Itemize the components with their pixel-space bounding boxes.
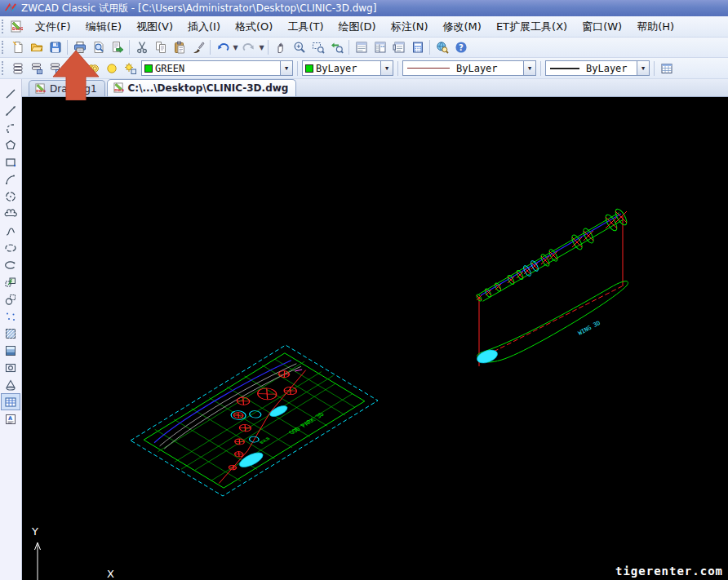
plate-small-label: BULB xyxy=(258,436,271,445)
wipeout-tool[interactable] xyxy=(1,376,20,393)
save-button[interactable] xyxy=(46,38,64,56)
toolbar-grip[interactable] xyxy=(2,41,6,55)
dwg-file-icon[interactable]: DWG xyxy=(8,20,24,34)
separator xyxy=(654,61,655,76)
linetype-dropdown[interactable]: ByLayer ▼ xyxy=(402,60,536,76)
region-tool[interactable] xyxy=(1,359,20,376)
separator xyxy=(268,40,269,55)
pan-button[interactable] xyxy=(271,38,290,56)
find-button[interactable] xyxy=(433,38,451,56)
menu-et-tools[interactable]: ET扩展工具(X) xyxy=(489,17,575,37)
layer-states-manager-button[interactable] xyxy=(27,60,46,77)
current-linetype: ByLayer xyxy=(450,63,523,74)
tab-clinic-3d[interactable]: DWG C:\...\Desktop\CLINIC-3D.dwg xyxy=(107,79,297,96)
circle-tool[interactable] xyxy=(1,188,20,205)
hatch-tool[interactable] xyxy=(1,325,20,342)
line-tool[interactable] xyxy=(1,85,20,102)
menu-modify[interactable]: 修改(M) xyxy=(436,17,489,37)
make-block-tool[interactable] xyxy=(1,290,20,308)
plate-label: GOD PARK 3D xyxy=(287,411,326,435)
construction-line-tool[interactable] xyxy=(1,102,20,119)
lineweight-dropdown[interactable]: ByLayer ▼ xyxy=(545,60,650,76)
menu-insert[interactable]: 插入(I) xyxy=(180,17,228,37)
document-area: DWG Drawing1 DWG C:\...\Desktop\CLINIC-3… xyxy=(22,79,728,580)
menu-draw[interactable]: 绘图(D) xyxy=(331,17,384,37)
layer-isolate-button[interactable] xyxy=(64,60,83,77)
menu-window[interactable]: 窗口(W) xyxy=(575,17,629,37)
plot-export-button[interactable] xyxy=(108,38,127,56)
layer-previous-button[interactable] xyxy=(83,60,102,77)
design-center-button[interactable] xyxy=(371,38,389,56)
toolbar-grip[interactable] xyxy=(2,61,6,76)
point-tool[interactable] xyxy=(1,308,20,325)
insert-block-tool[interactable] xyxy=(1,273,20,290)
arc-tool[interactable] xyxy=(1,170,20,188)
menu-dimension[interactable]: 标注(N) xyxy=(384,17,436,37)
undo-dropdown[interactable]: ▼ xyxy=(232,44,239,51)
rectangle-tool[interactable] xyxy=(1,153,20,170)
mtext-tool[interactable]: A xyxy=(1,410,20,427)
cut-button[interactable] xyxy=(132,38,151,56)
layer-freeze-button[interactable] xyxy=(121,60,140,77)
menu-format[interactable]: 格式(O) xyxy=(228,17,280,37)
print-button[interactable] xyxy=(70,38,89,56)
layer-dropdown-button[interactable]: ▼ xyxy=(280,61,292,75)
zoom-window-button[interactable] xyxy=(309,38,327,56)
menu-edit[interactable]: 编辑(E) xyxy=(78,17,129,37)
quick-calculator-button[interactable] xyxy=(408,38,427,56)
menu-file[interactable]: 文件(F) xyxy=(28,17,78,37)
drawing-canvas[interactable]: GOD PARK 3D BULB xyxy=(22,97,728,580)
lineweight-dropdown-button[interactable]: ▼ xyxy=(637,61,649,75)
open-file-button[interactable] xyxy=(27,38,46,56)
gradient-tool[interactable] xyxy=(1,342,20,359)
app-window: ZWCAD Classic 试用版 - [C:\Users\Administra… xyxy=(0,0,728,580)
lineweight-preview xyxy=(550,68,579,69)
linetype-preview xyxy=(407,68,450,69)
match-properties-button[interactable] xyxy=(189,38,207,56)
polygon-tool[interactable] xyxy=(1,136,20,153)
tab-drawing1[interactable]: DWG Drawing1 xyxy=(29,80,105,96)
layer-dropdown[interactable]: GREEN ▼ xyxy=(141,60,293,76)
paste-button[interactable] xyxy=(170,38,189,56)
new-file-button[interactable] xyxy=(8,38,27,56)
plate-model: GOD PARK 3D BULB xyxy=(131,345,378,496)
ucs-y-label: Y xyxy=(31,525,38,538)
standard-toolbar: ▼ ▼ ? xyxy=(0,38,728,58)
help-button[interactable]: ? xyxy=(451,38,470,56)
layer-translate-button[interactable] xyxy=(46,60,64,77)
svg-text:?: ? xyxy=(459,43,464,52)
ellipse-tool[interactable] xyxy=(1,239,20,256)
layer-on-button[interactable] xyxy=(102,60,121,77)
tool-palettes-button[interactable] xyxy=(389,38,408,56)
zoom-previous-button[interactable] xyxy=(327,38,346,56)
toolbar-grip[interactable] xyxy=(2,20,6,34)
linetype-dropdown-button[interactable]: ▼ xyxy=(523,61,535,75)
spline-tool[interactable] xyxy=(1,222,20,239)
redo-dropdown[interactable]: ▼ xyxy=(258,44,265,51)
color-dropdown[interactable]: ByLayer ▼ xyxy=(302,60,393,76)
redo-button[interactable] xyxy=(239,38,258,56)
menu-help[interactable]: 帮助(H) xyxy=(629,17,681,37)
table-tool[interactable] xyxy=(1,393,20,410)
color-dropdown-button[interactable]: ▼ xyxy=(380,61,393,75)
layer-properties-manager-button[interactable] xyxy=(8,60,27,77)
plate-boundary xyxy=(131,345,378,496)
dwg-tab-icon: DWG xyxy=(34,83,47,95)
revision-cloud-tool[interactable] xyxy=(1,205,20,222)
zoom-realtime-button[interactable] xyxy=(290,38,309,56)
flanges xyxy=(476,207,628,302)
polyline-tool[interactable] xyxy=(1,119,20,136)
print-preview-button[interactable] xyxy=(89,38,108,56)
ellipse-arc-tool[interactable] xyxy=(1,256,20,273)
copy-button[interactable] xyxy=(151,38,170,56)
watermark: tigerenter.com xyxy=(615,565,723,578)
properties-palette-button[interactable] xyxy=(352,38,371,56)
menu-tools[interactable]: 工具(T) xyxy=(280,17,331,37)
draw-toolbar: A xyxy=(0,79,22,580)
undo-button[interactable] xyxy=(213,38,232,56)
shaft-model: WING 3D xyxy=(475,207,628,366)
separator xyxy=(540,61,541,76)
separator xyxy=(67,40,68,55)
table-style-button[interactable] xyxy=(657,60,676,77)
menu-view[interactable]: 视图(V) xyxy=(129,17,180,37)
